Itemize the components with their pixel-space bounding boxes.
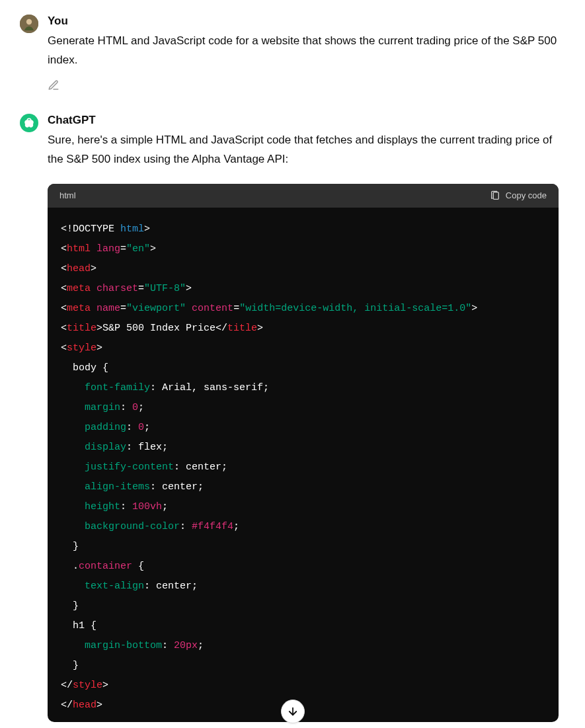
assistant-message: ChatGPT Sure, here's a simple HTML and J… [20, 114, 559, 722]
code-token: > [102, 680, 108, 691]
arrow-down-icon [287, 706, 299, 717]
code-token: align-items [85, 481, 150, 493]
code-token: html [120, 223, 144, 235]
code-token: h1 { [61, 620, 97, 631]
assistant-sender-label: ChatGPT [48, 114, 559, 127]
code-token [91, 303, 97, 314]
code-token: body { [61, 362, 108, 374]
code-token: ; [162, 501, 168, 512]
code-token: justify-content [85, 462, 174, 473]
code-header: html Copy code [48, 184, 559, 208]
code-token: : [120, 501, 132, 512]
code-token: title [227, 323, 257, 334]
code-token: "width=device-width, initial-scale=1.0" [239, 303, 471, 314]
code-token: } [61, 660, 79, 671]
code-token: > [144, 223, 150, 235]
code-token: ; [138, 402, 144, 413]
code-token: title [67, 323, 97, 334]
code-token: lang [97, 243, 120, 255]
code-token: } [61, 600, 79, 612]
user-avatar [20, 15, 38, 33]
user-message-body: You Generate HTML and JavaScript code fo… [48, 15, 559, 94]
code-token: 0 [132, 402, 138, 413]
code-token: name [97, 303, 120, 314]
code-token: height [85, 501, 120, 512]
code-token [186, 303, 192, 314]
code-token: #f4f4f4 [192, 521, 233, 532]
code-token: 20px [174, 640, 198, 651]
chatgpt-avatar [20, 114, 38, 132]
code-token: ; [233, 521, 239, 532]
code-token: > [91, 263, 97, 274]
assistant-message-text: Sure, here's a simple HTML and JavaScrip… [48, 131, 559, 169]
code-token: { [132, 561, 144, 572]
code-token: : Arial, sans-serif; [150, 382, 269, 393]
code-token: : [126, 422, 138, 433]
code-token: 0 [138, 422, 144, 433]
code-token: ; [144, 422, 150, 433]
code-token: font-family [85, 382, 150, 393]
code-token: </ [61, 680, 73, 691]
code-token: display [85, 442, 126, 453]
code-token: } [61, 541, 79, 552]
code-token: head [67, 263, 91, 274]
code-token: > [186, 283, 192, 294]
user-message-text: Generate HTML and JavaScript code for a … [48, 32, 559, 70]
code-token: : flex; [126, 442, 168, 453]
code-token: > [97, 323, 102, 334]
code-token: < [61, 303, 67, 314]
code-token: : center; [144, 581, 198, 592]
code-token: = [120, 303, 126, 314]
code-token: 100vh [132, 501, 162, 512]
code-token: html [67, 243, 91, 255]
code-token: < [61, 243, 67, 255]
code-token [91, 283, 97, 294]
code-token: = [138, 283, 144, 294]
code-token: <!DOCTYPE [61, 223, 120, 235]
code-body[interactable]: <!DOCTYPE html> <html lang="en"> <head> … [48, 208, 559, 722]
code-token: : [162, 640, 174, 651]
code-token: . [61, 561, 79, 572]
code-token: S&P 500 Index Price [102, 323, 215, 334]
code-token: </ [215, 323, 227, 334]
code-token: charset [97, 283, 138, 294]
code-token: < [61, 263, 67, 274]
code-token: text-align [85, 581, 144, 592]
code-token: = [233, 303, 239, 314]
code-token: > [257, 323, 263, 334]
code-token: content [192, 303, 233, 314]
code-token: meta [67, 283, 91, 294]
user-message: You Generate HTML and JavaScript code fo… [20, 15, 559, 94]
code-token: : center; [150, 481, 204, 493]
code-token: > [471, 303, 477, 314]
code-language-label: html [59, 190, 76, 200]
code-token: margin-bottom [85, 640, 162, 651]
assistant-message-body: ChatGPT Sure, here's a simple HTML and J… [48, 114, 559, 722]
user-sender-label: You [48, 15, 559, 28]
code-block: html Copy code <!DOCTYPE html> <html lan… [48, 184, 559, 722]
code-token: container [79, 561, 132, 572]
code-token: margin [85, 402, 120, 413]
code-token: style [73, 680, 102, 691]
scroll-to-bottom-button[interactable] [281, 700, 305, 723]
clipboard-icon [490, 190, 500, 201]
edit-icon[interactable] [48, 79, 59, 91]
svg-rect-2 [493, 192, 498, 199]
code-token: "en" [126, 243, 150, 255]
code-token: > [150, 243, 156, 255]
code-token: background-color [85, 521, 180, 532]
code-token: "UTF-8" [144, 283, 186, 294]
copy-code-button[interactable]: Copy code [490, 190, 547, 201]
code-token: "viewport" [126, 303, 186, 314]
code-token [91, 243, 97, 255]
code-token: ; [198, 640, 204, 651]
copy-code-label: Copy code [506, 190, 547, 200]
code-token: style [67, 343, 97, 354]
code-token: padding [85, 422, 126, 433]
code-token: < [61, 343, 67, 354]
code-token: head [73, 700, 97, 711]
code-token: : [180, 521, 192, 532]
code-token: = [120, 243, 126, 255]
code-token: : [120, 402, 132, 413]
code-token: < [61, 323, 67, 334]
